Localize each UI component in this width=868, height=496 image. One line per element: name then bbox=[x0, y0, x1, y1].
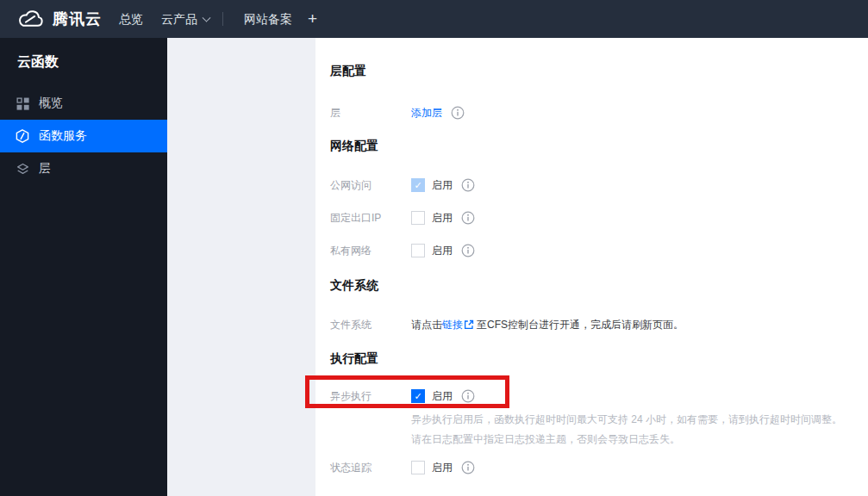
sidebar-item-overview[interactable]: 概览 bbox=[0, 87, 167, 120]
add-layer-link[interactable]: 添加层 bbox=[411, 106, 442, 121]
sidebar-item-label: 概览 bbox=[39, 96, 63, 111]
section-title-layer-config: 层配置 bbox=[330, 64, 366, 79]
enable-label: 启用 bbox=[432, 211, 453, 226]
nav-website-beian[interactable]: 网站备案 bbox=[244, 0, 292, 38]
field-label: 公网访问 bbox=[330, 178, 411, 193]
info-icon[interactable] bbox=[461, 178, 475, 192]
enable-label: 启用 bbox=[432, 461, 453, 475]
cloud-logo-icon bbox=[17, 9, 45, 29]
grid-icon bbox=[16, 96, 29, 110]
layer-row: 层 添加层 bbox=[330, 105, 868, 121]
async-execution-row: 异步执行 启用 bbox=[330, 388, 868, 404]
fs-text-after: 至CFS控制台进行开通，完成后请刷新页面。 bbox=[477, 318, 684, 332]
sidebar: 云函数 概览 函数服务 bbox=[0, 38, 167, 496]
topbar: 腾讯云 总览 云产品 网站备案 + bbox=[0, 0, 868, 38]
enable-checkbox[interactable] bbox=[411, 461, 425, 474]
sidebar-item-function-service[interactable]: 函数服务 bbox=[0, 120, 167, 152]
section-title-execution-config: 执行配置 bbox=[330, 351, 378, 367]
info-icon[interactable] bbox=[451, 106, 465, 120]
brand-name: 腾讯云 bbox=[53, 9, 102, 29]
nav-divider bbox=[222, 12, 223, 26]
nav-cloud-products[interactable]: 云产品 bbox=[161, 0, 209, 38]
nav-cloud-products-label: 云产品 bbox=[161, 12, 197, 26]
section-title-file-system: 文件系统 bbox=[330, 278, 378, 294]
cfs-link[interactable]: 链接 bbox=[442, 318, 463, 332]
enable-label: 启用 bbox=[432, 178, 453, 193]
enable-checkbox[interactable] bbox=[411, 244, 425, 257]
field-label: 层 bbox=[330, 106, 411, 121]
external-link-icon[interactable] bbox=[464, 319, 474, 330]
info-icon[interactable] bbox=[461, 389, 475, 403]
sidebar-item-label: 层 bbox=[39, 161, 51, 177]
description-line: 请在日志配置中指定日志投递主题，否则会导致日志丢失。 bbox=[411, 430, 842, 450]
secondary-panel bbox=[167, 38, 315, 496]
enable-checkbox[interactable] bbox=[411, 211, 425, 225]
sidebar-title: 云函数 bbox=[0, 38, 167, 71]
fs-text-before: 请点击 bbox=[411, 318, 442, 332]
info-icon[interactable] bbox=[461, 461, 475, 474]
field-label: 固定出口IP bbox=[330, 211, 411, 226]
enable-label: 启用 bbox=[432, 244, 453, 258]
chevron-down-icon bbox=[203, 14, 211, 22]
field-label: 私有网络 bbox=[330, 244, 411, 258]
enable-checkbox[interactable] bbox=[411, 389, 425, 403]
description-line: 异步执行启用后，函数执行超时时间最大可支持 24 小时，如有需要，请到执行超时时… bbox=[411, 410, 842, 430]
status-trace-row: 状态追踪 启用 bbox=[330, 460, 868, 475]
fixed-ip-row: 固定出口IP 启用 bbox=[330, 210, 868, 226]
function-service-icon bbox=[16, 129, 29, 143]
nav-add-tab-button[interactable]: + bbox=[308, 0, 317, 38]
info-icon[interactable] bbox=[461, 211, 475, 225]
public-network-row: 公网访问 启用 bbox=[330, 177, 868, 193]
file-system-row: 文件系统 请点击链接 至CFS控制台进行开通，完成后请刷新页面。 bbox=[330, 317, 868, 332]
sidebar-item-label: 函数服务 bbox=[39, 128, 87, 144]
private-network-row: 私有网络 启用 bbox=[330, 243, 868, 258]
section-title-network-config: 网络配置 bbox=[330, 139, 378, 154]
layers-icon bbox=[16, 162, 29, 176]
sidebar-item-layers[interactable]: 层 bbox=[0, 152, 167, 185]
field-label: 异步执行 bbox=[330, 389, 411, 404]
function-config-form: 层配置 层 添加层 网络配置 公网访问 启用 固定出口IP 启用 私有网络 启用… bbox=[315, 38, 868, 496]
field-label: 文件系统 bbox=[330, 318, 411, 332]
async-execution-description: 异步执行启用后，函数执行超时时间最大可支持 24 小时，如有需要，请到执行超时时… bbox=[411, 410, 842, 450]
nav-overview[interactable]: 总览 bbox=[119, 0, 143, 38]
info-icon[interactable] bbox=[461, 244, 475, 257]
enable-label: 启用 bbox=[432, 389, 453, 404]
tencent-cloud-logo[interactable]: 腾讯云 bbox=[17, 0, 102, 38]
enable-checkbox[interactable] bbox=[411, 178, 425, 192]
field-label: 状态追踪 bbox=[330, 461, 411, 475]
